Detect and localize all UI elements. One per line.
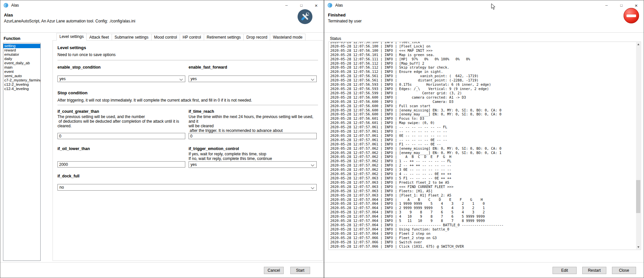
tab-mood-control[interactable]: Mood control: [151, 34, 180, 41]
chevron-down-icon: [311, 163, 314, 167]
minimize-icon[interactable]: ─: [279, 0, 294, 10]
status-log-panel: 2020-05-28 12:07:56.100 | INFO | fleet_l…: [328, 42, 641, 250]
close-icon[interactable]: ×: [309, 0, 324, 10]
function-item-emulator[interactable]: emulator: [3, 52, 40, 57]
log-scrollbar[interactable]: [636, 42, 640, 249]
function-item-daily[interactable]: daily: [3, 57, 40, 61]
enable-stop-condition-label: enable_stop_condition: [57, 65, 101, 70]
chevron-down-icon: [311, 77, 314, 81]
if-dock-full-label: if_dock_full: [57, 174, 80, 178]
if-count-greater-than-desc: The previous setting will be used, and t…: [57, 114, 186, 128]
scroll-down-icon[interactable]: [636, 245, 640, 249]
function-item-event-daily-ab[interactable]: event_daily_ab: [3, 61, 40, 65]
function-item-main[interactable]: main: [3, 65, 40, 70]
status-title: Finished: [328, 13, 345, 17]
if-trigger-emotion-control-value: yes: [191, 162, 197, 167]
if-count-greater-than-input[interactable]: [57, 133, 185, 139]
titlebar: Alas ─ □ ×: [0, 0, 324, 10]
function-panel-label: Function: [4, 36, 20, 41]
maximize-icon[interactable]: □: [614, 0, 629, 10]
alas-log-window: Alas ─ □ × Finished Terminated by user S…: [324, 0, 644, 278]
no-entry-icon: [624, 8, 639, 23]
status-panel-label: Status: [330, 36, 341, 41]
enable-stop-condition-value: yes: [59, 77, 66, 81]
if-oil-lower-than-input[interactable]: [57, 161, 185, 168]
function-item-semi-auto[interactable]: semi_auto: [3, 74, 40, 78]
stop-condition-desc: After triggering, it will not stop immed…: [57, 98, 315, 103]
tab-hp-control[interactable]: HP control: [180, 34, 204, 41]
function-listbox: setting reward emulator daily event_dail…: [3, 43, 41, 261]
section-title: Level settings: [57, 45, 86, 50]
if-oil-lower-than-label: if_oil_lower_than: [57, 146, 90, 151]
footer-divider: [324, 262, 644, 263]
function-item-c12-2-leveling[interactable]: c12-2_leveling: [3, 82, 40, 87]
function-item-event[interactable]: event: [3, 70, 40, 74]
if-trigger-emotion-control-label: if_trigger_emotion_control: [189, 146, 239, 151]
screen: Alas ─ □ × Alas AzurLaneAutoScript, An A…: [0, 0, 644, 278]
status-subtitle: Terminated by user: [328, 19, 362, 23]
section-desc: Need to run once to save options: [57, 52, 116, 57]
function-item-c7-2-mystery-farming[interactable]: c7-2_mystery_farming: [3, 78, 40, 82]
enable-fast-forward-label: enable_fast_forward: [189, 65, 227, 70]
window-controls: ─ □ ×: [599, 0, 644, 10]
tab-attack-fleet[interactable]: Attack fleet: [86, 34, 112, 41]
if-time-reach-label: if_time_reach: [189, 109, 214, 114]
enable-fast-forward-select[interactable]: yes: [189, 76, 317, 82]
alas-config-window: Alas ─ □ × Alas AzurLaneAutoScript, An A…: [0, 0, 324, 278]
edit-button[interactable]: Edit: [553, 267, 577, 274]
if-count-greater-than-label: if_count_greater_than: [57, 109, 99, 114]
window-controls: ─ □ ×: [279, 0, 324, 10]
app-logo-icon: [3, 3, 9, 8]
divider: [57, 60, 318, 60]
page-subtitle: AzurLaneAutoScript, An Azur Lane automat…: [4, 19, 135, 23]
if-trigger-emotion-control-desc: If yes, wait for reply, complete this ti…: [189, 152, 319, 161]
scrollbar-thumb[interactable]: [636, 180, 640, 213]
tab-drop-record[interactable]: Drop record: [243, 34, 270, 41]
footer-divider: [0, 262, 324, 263]
window-title: Alas: [11, 3, 19, 8]
tab-retirement-settings[interactable]: Retirement settings: [204, 34, 244, 41]
maximize-icon[interactable]: □: [294, 0, 309, 10]
restart-button[interactable]: Restart: [582, 267, 606, 274]
if-dock-full-select[interactable]: no: [57, 184, 317, 191]
if-trigger-emotion-control-select[interactable]: yes: [189, 161, 317, 168]
tab-wasteland-mode[interactable]: Wasteland mode: [270, 34, 305, 41]
app-logo-icon: [327, 3, 333, 8]
start-button[interactable]: Start: [290, 267, 310, 274]
header-divider: [0, 32, 324, 33]
minimize-icon[interactable]: ─: [599, 0, 614, 10]
mouse-cursor-icon: [491, 3, 496, 10]
enable-fast-forward-value: yes: [191, 77, 197, 81]
titlebar: Alas ─ □ ×: [324, 0, 644, 10]
tools-icon: [298, 9, 312, 24]
function-item-setting[interactable]: setting: [3, 44, 40, 48]
chevron-down-icon: [180, 77, 183, 81]
tab-content-panel: [53, 40, 323, 261]
stop-condition-title: Stop condition: [57, 90, 88, 95]
if-time-reach-input[interactable]: [189, 133, 317, 139]
cancel-button[interactable]: Cancel: [264, 267, 284, 274]
function-item-reward[interactable]: reward: [3, 48, 40, 52]
page-title: Alas: [4, 13, 13, 17]
tab-submarine-settings[interactable]: Submarine settings: [112, 34, 152, 41]
function-item-c12-4-leveling[interactable]: c12-4_leveling: [3, 87, 40, 91]
scroll-up-icon[interactable]: [636, 42, 640, 46]
tab-level-settings[interactable]: Level settings: [56, 33, 87, 41]
if-dock-full-value: no: [59, 185, 64, 190]
close-button[interactable]: Close: [612, 267, 636, 274]
settings-tabbar: Level settings Attack fleet Submarine se…: [56, 33, 305, 41]
chevron-down-icon: [311, 186, 314, 189]
log-output: 2020-05-28 12:07:56.100 | INFO | fleet_l…: [330, 42, 635, 248]
enable-stop-condition-select[interactable]: yes: [57, 76, 185, 82]
divider: [57, 105, 318, 105]
header-divider: [324, 32, 644, 33]
window-title: Alas: [335, 3, 343, 8]
